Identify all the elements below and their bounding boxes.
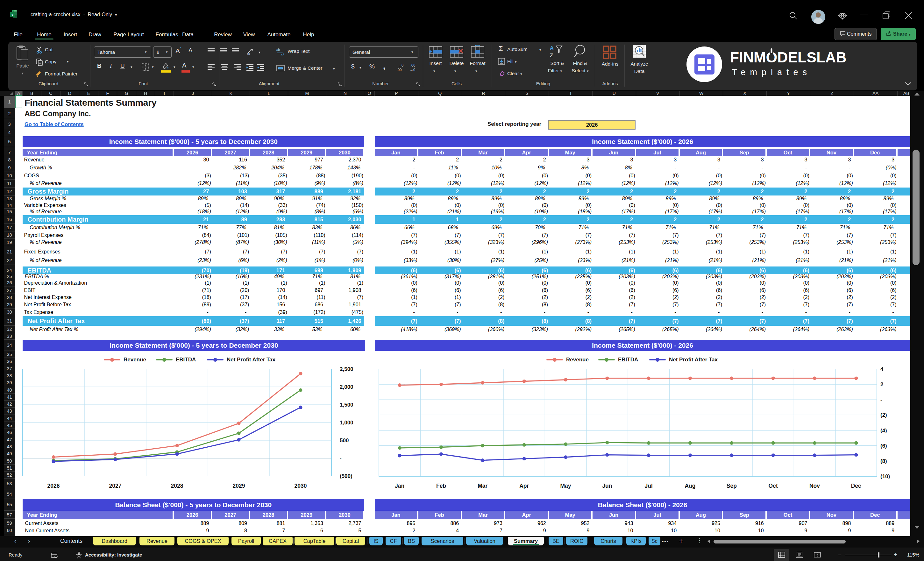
svg-text:Jul: Jul xyxy=(645,483,653,489)
svg-text:(6): (6) xyxy=(880,443,887,449)
svg-text:2027: 2027 xyxy=(109,483,122,489)
svg-text:(10): (10) xyxy=(880,474,890,480)
svg-text:Jun: Jun xyxy=(602,483,612,489)
svg-text:(2): (2) xyxy=(880,412,887,418)
svg-text:2026: 2026 xyxy=(48,483,60,489)
svg-text:Jan: Jan xyxy=(395,483,404,489)
svg-text:←0: ←0 xyxy=(398,63,404,67)
svg-text:-: - xyxy=(340,455,342,461)
svg-text:.00: .00 xyxy=(410,63,415,67)
svg-text:Apr: Apr xyxy=(519,483,529,489)
svg-text:(8): (8) xyxy=(880,458,887,464)
svg-text:May: May xyxy=(560,483,571,489)
svg-text:→0: →0 xyxy=(410,68,415,72)
svg-text:500: 500 xyxy=(340,438,349,444)
svg-text:Dec: Dec xyxy=(851,483,861,489)
svg-text:-: - xyxy=(880,397,882,403)
svg-text:2029: 2029 xyxy=(233,483,245,489)
svg-text:Oct: Oct xyxy=(769,483,778,489)
svg-text:2028: 2028 xyxy=(171,483,183,489)
svg-text:2,500: 2,500 xyxy=(340,366,353,372)
svg-text:2,000: 2,000 xyxy=(340,384,353,390)
svg-text:Sep: Sep xyxy=(727,483,737,489)
svg-text:2: 2 xyxy=(880,381,883,387)
svg-text:Nov: Nov xyxy=(809,483,820,489)
svg-text:Z: Z xyxy=(550,53,553,58)
svg-text:A: A xyxy=(550,45,554,51)
svg-text:(4): (4) xyxy=(880,428,887,434)
svg-text:(500): (500) xyxy=(340,473,352,479)
svg-text:.00: .00 xyxy=(397,68,402,72)
svg-text:ab: ab xyxy=(247,52,250,56)
svg-text:ab: ab xyxy=(276,48,280,52)
svg-text:1,000: 1,000 xyxy=(340,420,353,426)
svg-text:Aug: Aug xyxy=(684,483,695,489)
svg-text:Feb: Feb xyxy=(436,483,446,489)
svg-text:4: 4 xyxy=(880,366,884,372)
svg-text:1,500: 1,500 xyxy=(340,402,353,408)
svg-text:x: x xyxy=(12,13,14,17)
svg-text:2030: 2030 xyxy=(294,483,307,489)
svg-text:Mar: Mar xyxy=(478,483,488,489)
